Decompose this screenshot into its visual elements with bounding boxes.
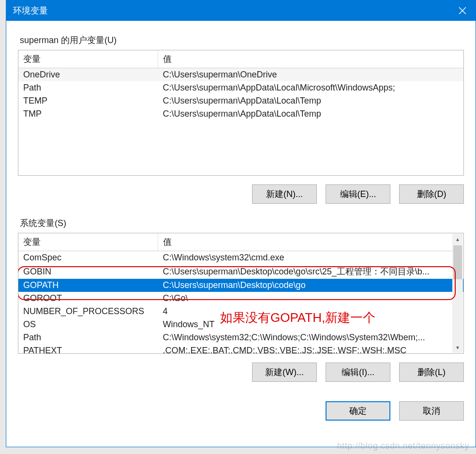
user-vars-list[interactable]: 变量 值 OneDriveC:\Users\superman\OneDrive …	[18, 50, 464, 176]
scrollbar-thumb[interactable]	[453, 245, 462, 279]
sys-vars-group: 系统变量(S) 变量 值 ComSpecC:\Windows\system32\…	[18, 217, 464, 382]
sys-vars-label: 系统变量(S)	[20, 217, 464, 229]
table-row[interactable]: NUMBER_OF_PROCESSORS4	[18, 305, 463, 318]
user-col-value[interactable]: 值	[158, 50, 464, 68]
scroll-down-icon[interactable]: ▾	[452, 342, 463, 353]
table-row[interactable]: GOROOTC:\Go\	[18, 292, 463, 305]
table-row[interactable]: PATHEXT.COM;.EXE;.BAT;.CMD;.VBS;.VBE;.JS…	[18, 344, 463, 354]
dialog-title: 环境变量	[13, 5, 48, 16]
table-row[interactable]: PathC:\Users\superman\AppData\Local\Micr…	[18, 81, 463, 94]
table-row[interactable]: TEMPC:\Users\superman\AppData\Local\Temp	[18, 94, 463, 107]
sys-delete-button[interactable]: 删除(L)	[399, 363, 464, 382]
user-vars-label: superman 的用户变量(U)	[20, 34, 464, 46]
user-edit-button[interactable]: 编辑(E)...	[326, 184, 390, 204]
scrollbar[interactable]: ▴ ▾	[452, 234, 463, 353]
table-row[interactable]: PathC:\Windows\system32;C:\Windows;C:\Wi…	[18, 331, 463, 344]
sys-col-variable[interactable]: 变量	[18, 233, 158, 251]
sys-vars-list[interactable]: 变量 值 ComSpecC:\Windows\system32\cmd.exe …	[18, 233, 464, 354]
watermark: http://blog.csdn.net/tennysonsky	[337, 441, 469, 451]
ok-button[interactable]: 确定	[326, 401, 390, 421]
sys-edit-button[interactable]: 编辑(I)...	[326, 363, 390, 382]
user-delete-button[interactable]: 删除(D)	[399, 184, 464, 204]
sys-col-value[interactable]: 值	[158, 233, 464, 251]
table-row[interactable]: TMPC:\Users\superman\AppData\Local\Temp	[18, 107, 463, 121]
table-row[interactable]: OSWindows_NT	[18, 318, 463, 331]
close-button[interactable]	[449, 0, 476, 21]
table-row-selected[interactable]: GOPATHC:\Users\superman\Desktop\code\go	[18, 279, 463, 292]
user-new-button[interactable]: 新建(N)...	[252, 184, 317, 204]
table-row[interactable]: GOBINC:\Users\superman\Desktop\code\go\s…	[18, 264, 463, 279]
close-icon	[459, 7, 466, 15]
user-vars-group: superman 的用户变量(U) 变量 值 OneDriveC:\Users\…	[18, 34, 464, 204]
env-vars-dialog: 环境变量 superman 的用户变量(U) 变量 值 OneDriveC:\U…	[6, 0, 476, 447]
scroll-up-icon[interactable]: ▴	[452, 234, 463, 244]
user-col-variable[interactable]: 变量	[18, 50, 158, 68]
table-row[interactable]: OneDriveC:\Users\superman\OneDrive	[18, 68, 463, 82]
sys-new-button[interactable]: 新建(W)...	[252, 363, 317, 382]
table-row[interactable]: ComSpecC:\Windows\system32\cmd.exe	[18, 251, 463, 265]
cancel-button[interactable]: 取消	[399, 401, 464, 421]
titlebar: 环境变量	[6, 0, 476, 21]
